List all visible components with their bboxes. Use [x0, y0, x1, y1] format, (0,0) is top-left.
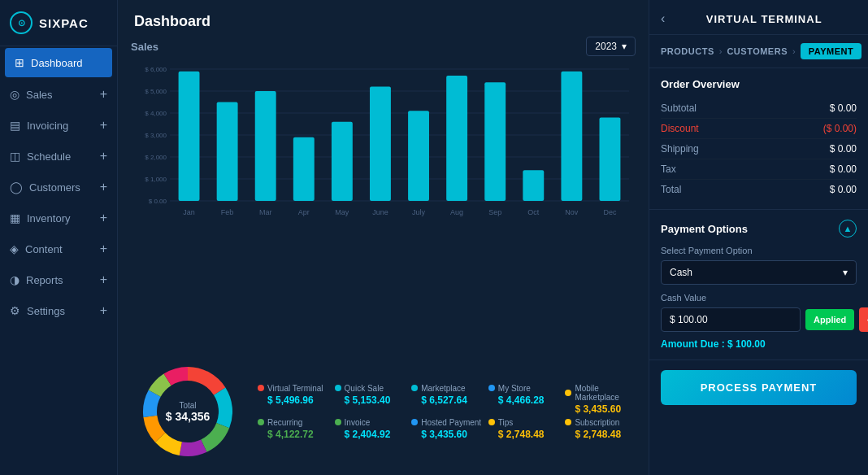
payment-options-header: Payment Options ▲ — [661, 220, 857, 238]
logo-text: SIXPAC — [39, 16, 89, 30]
cash-input[interactable] — [661, 307, 801, 332]
nav-plus-schedule[interactable]: + — [100, 149, 107, 163]
payment-options: Payment Options ▲ Select Payment Option … — [649, 210, 868, 360]
order-overview: Order Overview Subtotal $ 0.00 Discount … — [649, 68, 868, 210]
applied-button[interactable]: Applied — [805, 309, 854, 330]
sidebar: ⊙ SIXPAC ⊞ Dashboard ◎ Sales + ▤ Invoici… — [0, 0, 118, 475]
order-label: Total — [661, 184, 681, 195]
order-row-discount: Discount ($ 0.00) — [661, 119, 857, 139]
cash-value-label: Cash Value — [661, 293, 857, 303]
bottom-stats: Total $ 34,356 Virtual Terminal $ 5,496.… — [131, 346, 636, 475]
stat-item-hosted-payment: Hosted Payment $ 3,435.60 — [411, 418, 482, 440]
stat-dot — [565, 390, 571, 396]
stat-label: Marketplace — [421, 384, 465, 393]
stat-label: Recurring — [267, 418, 302, 427]
reports-icon: ◑ — [10, 273, 20, 286]
nav-plus-customers[interactable]: + — [100, 180, 107, 194]
nav-plus-sales[interactable]: + — [100, 87, 107, 102]
order-label: Discount — [661, 123, 699, 134]
sidebar-item-invoicing[interactable]: ▤ Invoicing + — [0, 110, 117, 141]
stat-item-virtual-terminal: Virtual Terminal $ 5,496.96 — [258, 384, 328, 415]
breadcrumb: PRODUCTS›CUSTOMERS›PAYMENT — [649, 35, 868, 68]
svg-rect-26 — [408, 111, 429, 201]
svg-text:$ 6,000: $ 6,000 — [145, 66, 167, 73]
stat-item-subscription: Subscription $ 2,748.48 — [565, 418, 636, 440]
year-selector[interactable]: 2023 ▾ — [586, 37, 636, 56]
svg-text:$ 1,000: $ 1,000 — [145, 176, 167, 183]
order-row-total: Total $ 0.00 — [661, 180, 857, 199]
schedule-icon: ◫ — [10, 150, 20, 163]
svg-text:July: July — [412, 208, 426, 216]
vt-header: ‹ VIRTUAL TERMINAL — [649, 0, 868, 35]
order-value: $ 0.00 — [830, 163, 857, 175]
stat-value: $ 2,748.48 — [488, 429, 559, 440]
stat-item-my-store: My Store $ 4,466.28 — [488, 384, 559, 415]
order-value: $ 0.00 — [830, 102, 857, 114]
donut-segment — [188, 367, 225, 395]
nav-plus-inventory[interactable]: + — [100, 211, 107, 225]
breadcrumb-products[interactable]: PRODUCTS — [661, 46, 714, 56]
chart-title: Sales — [131, 41, 158, 53]
sidebar-item-inventory[interactable]: ▦ Inventory + — [0, 203, 117, 233]
sidebar-item-dashboard[interactable]: ⊞ Dashboard — [5, 48, 112, 77]
stat-value: $ 2,748.48 — [565, 429, 636, 440]
bar-chart: $ 6,000$ 5,000$ 4,000$ 3,000$ 2,000$ 1,0… — [131, 63, 636, 346]
sidebar-label-sales: Sales — [26, 89, 53, 101]
stat-value: $ 4,466.28 — [488, 394, 559, 406]
nav-plus-invoicing[interactable]: + — [100, 118, 107, 133]
payment-select-value: Cash — [670, 267, 692, 278]
sidebar-label-dashboard: Dashboard — [31, 57, 83, 69]
stat-dot — [488, 385, 495, 391]
remove-button[interactable]: — — [859, 307, 868, 332]
donut-center: Total $ 34,356 — [166, 401, 210, 423]
chevron-down-icon: ▾ — [843, 267, 848, 278]
breadcrumb-customers[interactable]: CUSTOMERS — [727, 46, 788, 56]
svg-text:Oct: Oct — [527, 208, 540, 216]
sidebar-item-content[interactable]: ◈ Content + — [0, 233, 117, 264]
svg-text:June: June — [372, 208, 388, 216]
nav-plus-settings[interactable]: + — [100, 303, 107, 318]
cash-value-row: Applied — — [661, 307, 857, 332]
logo-icon: ⊙ — [10, 11, 33, 34]
stat-dot — [565, 419, 571, 425]
sidebar-item-reports[interactable]: ◑ Reports + — [0, 264, 117, 295]
invoicing-icon: ▤ — [10, 119, 20, 132]
sidebar-item-settings[interactable]: ⚙ Settings + — [0, 295, 117, 326]
nav-plus-reports[interactable]: + — [100, 272, 107, 287]
payment-options-toggle[interactable]: ▲ — [839, 220, 857, 238]
dashboard-icon: ⊞ — [15, 56, 24, 69]
sidebar-item-sales[interactable]: ◎ Sales + — [0, 79, 117, 110]
breadcrumb-payment[interactable]: PAYMENT — [801, 43, 861, 59]
stat-dot — [335, 419, 341, 425]
stat-item-recurring: Recurring $ 4,122.72 — [258, 418, 328, 440]
svg-text:$ 2,000: $ 2,000 — [145, 154, 167, 161]
year-value: 2023 — [595, 41, 617, 52]
svg-text:Sep: Sep — [488, 208, 501, 216]
donut-total-value: $ 34,356 — [166, 410, 210, 423]
stat-label: Virtual Terminal — [267, 384, 323, 393]
order-label: Shipping — [661, 143, 699, 155]
payment-select[interactable]: Cash ▾ — [661, 260, 857, 285]
stats-grid: Virtual Terminal $ 5,496.96 Quick Sale $… — [258, 384, 636, 440]
inventory-icon: ▦ — [10, 211, 20, 224]
donut-chart: Total $ 34,356 — [131, 355, 245, 468]
main-content: Dashboard Sales 2023 ▾ $ 6,000$ 5,000$ 4… — [118, 0, 649, 475]
sidebar-label-invoicing: Invoicing — [27, 120, 68, 132]
process-payment-button[interactable]: PROCESS PAYMENT — [661, 370, 857, 405]
stat-dot — [411, 419, 418, 425]
stat-item-mobile-marketplace: Mobile Marketplace $ 3,435.60 — [565, 384, 636, 415]
stat-label: Hosted Payment — [421, 418, 481, 427]
back-button[interactable]: ‹ — [661, 11, 665, 26]
sidebar-item-customers[interactable]: ◯ Customers + — [0, 172, 117, 203]
svg-text:May: May — [335, 208, 349, 216]
sidebar-item-schedule[interactable]: ◫ Schedule + — [0, 141, 117, 172]
sidebar-label-settings: Settings — [27, 305, 65, 317]
stat-label: My Store — [498, 384, 531, 393]
content-icon: ◈ — [10, 242, 19, 255]
nav-plus-content[interactable]: + — [100, 242, 107, 256]
chart-area: Sales 2023 ▾ $ 6,000$ 5,000$ 4,000$ 3,00… — [118, 37, 649, 475]
svg-rect-22 — [332, 122, 353, 201]
svg-rect-32 — [523, 170, 544, 201]
stat-item-invoice: Invoice $ 2,404.92 — [335, 418, 406, 440]
breadcrumb-sep: › — [719, 46, 723, 56]
